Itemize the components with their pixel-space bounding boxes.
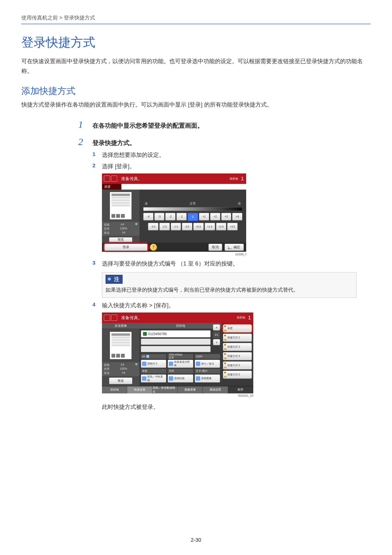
send-image-tab: 发送图像 bbox=[102, 323, 139, 329]
meta-value: A4 bbox=[121, 223, 124, 227]
meta-value: A4 bbox=[122, 231, 125, 235]
duplex-button[interactable]: 双面／书本原稿 bbox=[141, 374, 166, 382]
note-icon bbox=[107, 277, 112, 282]
zoom-icon bbox=[196, 362, 200, 366]
help-button[interactable]: ? bbox=[150, 244, 157, 251]
tab-destination[interactable]: 目的地 bbox=[102, 386, 127, 394]
density-dark-label: 浓 bbox=[238, 201, 241, 206]
substep-2: 2 选择 [登录]。 bbox=[93, 162, 356, 170]
thumb-icon bbox=[111, 214, 115, 218]
tab-image[interactable]: 图像质量 bbox=[178, 386, 203, 394]
dest-count: 1 bbox=[240, 175, 246, 182]
enter-icon bbox=[228, 246, 232, 249]
orig-size-button[interactable]: 原稿尺寸 bbox=[141, 360, 166, 368]
shortcut-3[interactable]: 快捷方式 3 bbox=[223, 343, 252, 351]
section-title: 添加快捷方式 bbox=[21, 85, 371, 97]
screenshot-density: 准备传真。 目的地 1 浓度 原稿A4 倍率100% 发送A4 bbox=[102, 174, 246, 256]
doc-icon bbox=[104, 175, 110, 182]
thumb-icon bbox=[121, 354, 125, 358]
dest-field[interactable]: 0123456789 bbox=[141, 330, 211, 337]
scan-icon bbox=[169, 376, 173, 381]
step-1: 1 在各功能中显示您希望登录的配置画面。 bbox=[78, 119, 356, 130]
thumb-icon bbox=[116, 354, 120, 358]
substep-number: 3 bbox=[93, 260, 102, 267]
doc-icon bbox=[111, 315, 117, 321]
tab-program[interactable]: 程序 bbox=[228, 386, 253, 394]
step-number: 1 bbox=[78, 119, 93, 130]
screenshot-send: 准备传真。 目的地 1 发送图像 原稿A4 bbox=[102, 313, 253, 397]
ref-code: f010201_03 bbox=[102, 394, 253, 397]
density-button[interactable]: +1.5 bbox=[205, 223, 215, 230]
dest-label: 目的地 bbox=[237, 316, 247, 320]
lead-paragraph: 可在快速设置画面中登录快捷方式，以便访问常用的功能。也可登录选中功能的设定。可以… bbox=[21, 57, 371, 76]
substep-1: 1 选择您想要添加的设定。 bbox=[93, 151, 356, 159]
ref-code: s0308_f bbox=[102, 252, 246, 256]
result-text: 此时快捷方式被登录。 bbox=[93, 403, 356, 411]
preview-button[interactable]: 预览 bbox=[109, 378, 132, 384]
register-shortcut-button[interactable]: 登录 bbox=[104, 244, 148, 251]
highlight-circle bbox=[222, 323, 253, 333]
substep-4: 4 输入快捷方式名称 > [保存]。 bbox=[93, 302, 356, 309]
substep-3: 3 选择与要登录的快捷方式编号 （1 至 6）对应的按键。 bbox=[93, 260, 356, 267]
shortcut-5[interactable]: 快捷方式 5 bbox=[223, 361, 252, 369]
tab-advanced[interactable]: 高级设置 bbox=[203, 386, 228, 394]
density-button[interactable]: +3 bbox=[221, 213, 231, 220]
thumb-icon bbox=[111, 354, 115, 358]
shortcut-6[interactable]: 快捷方式 6 bbox=[223, 371, 252, 379]
thumb-icon bbox=[121, 214, 125, 218]
scroll-down-button[interactable]: ∨ bbox=[213, 339, 220, 345]
breadcrumb: 使用传真机之前 > 登录快捷方式 bbox=[21, 14, 371, 24]
page-number: 2-30 bbox=[0, 537, 392, 543]
density-button[interactable]: -2 bbox=[165, 213, 176, 220]
section-paragraph: 快捷方式登录操作在各功能的设置画面中执行。可以为画面中显示 [登录] 的所有功能… bbox=[21, 100, 371, 110]
dest-field[interactable] bbox=[141, 346, 211, 352]
density-button[interactable]: -2.5 bbox=[159, 223, 170, 230]
shortcut-2[interactable]: 快捷方式 2 bbox=[223, 334, 252, 342]
meta-label: 原稿 bbox=[104, 223, 110, 227]
density-button[interactable]: +0.5 bbox=[193, 223, 204, 230]
density-button-selected[interactable]: 0 bbox=[188, 213, 198, 221]
density-button[interactable]: -3 bbox=[154, 213, 164, 220]
status-text: 准备传真。 bbox=[119, 176, 229, 182]
density-button[interactable]: -4 bbox=[143, 213, 153, 220]
continuous-scan-button[interactable]: 连续扫描 bbox=[168, 374, 193, 382]
scroll-up-button[interactable]: ∧ bbox=[213, 324, 220, 330]
density-button[interactable]: -3.5 bbox=[148, 223, 158, 230]
density-button[interactable]: +4 bbox=[232, 213, 242, 220]
dest-count: 1 bbox=[247, 315, 253, 321]
density-button[interactable]: +1 bbox=[199, 213, 209, 220]
density-button[interactable]: -1.5 bbox=[171, 223, 181, 230]
zoom-button[interactable]: 缩小／放大 bbox=[195, 360, 220, 368]
density-button[interactable]: +3.5 bbox=[227, 223, 238, 230]
tab-original[interactable]: 原稿／发送数据格式 bbox=[152, 386, 178, 394]
cancel-button[interactable]: 取消 bbox=[208, 244, 222, 251]
orig-image-button[interactable]: 原稿图像 bbox=[195, 374, 220, 382]
step-title: 登录快捷方式。 bbox=[93, 139, 136, 147]
density-button[interactable]: +2 bbox=[210, 213, 220, 220]
ok-button[interactable]: 确定 bbox=[225, 244, 244, 251]
density-button[interactable]: -0.5 bbox=[182, 223, 192, 230]
tab-quicksetup[interactable]: 快速设置 bbox=[127, 386, 152, 394]
substep-text: 输入快捷方式名称 > [保存]。 bbox=[102, 302, 356, 309]
step-2: 2 登录快捷方式。 1 选择您想要添加的设定。 2 选择 [登录]。 准备传真。… bbox=[78, 136, 356, 410]
dest-tab: 目的地 bbox=[139, 323, 221, 329]
doc-icon bbox=[104, 315, 110, 321]
meta-label: 倍率 bbox=[104, 227, 110, 231]
note-title: 注 bbox=[106, 275, 123, 284]
dest-field[interactable] bbox=[141, 339, 211, 345]
density-gradient bbox=[143, 207, 242, 211]
substep-text: 选择您想要添加的设定。 bbox=[102, 151, 356, 159]
size-icon bbox=[142, 362, 146, 366]
preview-button[interactable]: 预览 bbox=[109, 237, 132, 242]
density-button[interactable]: +2.5 bbox=[216, 223, 227, 230]
phone-icon bbox=[143, 332, 147, 336]
status-text: 准备传真。 bbox=[119, 315, 237, 321]
resolution-icon bbox=[169, 362, 173, 366]
substep-text: 选择与要登录的快捷方式编号 （1 至 6）对应的按键。 bbox=[102, 260, 356, 267]
paper-icon bbox=[146, 355, 149, 358]
substep-number: 1 bbox=[93, 151, 102, 159]
shortcut-1[interactable]: 浓度 bbox=[223, 324, 252, 332]
density-button[interactable]: -1 bbox=[176, 213, 187, 220]
resolution-button[interactable]: 传真发送分辨率 bbox=[168, 360, 193, 368]
shortcut-4[interactable]: 快捷方式 4 bbox=[223, 352, 252, 360]
